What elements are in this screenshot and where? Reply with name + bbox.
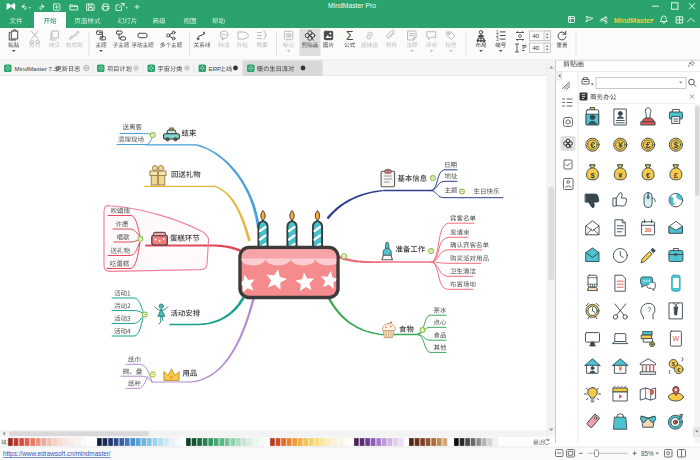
svg-text:3: 3: [496, 37, 499, 42]
svg-text:¥: ¥: [618, 365, 622, 372]
svg-text:$: $: [674, 140, 679, 150]
svg-text:MindMaster 7.3: MindMaster 7.3: [15, 65, 58, 72]
svg-text:$: $: [672, 361, 675, 367]
svg-text:€: €: [677, 367, 680, 373]
svg-text:40: 40: [533, 45, 540, 51]
svg-text:85%: 85%: [641, 450, 654, 457]
svg-text:MindMaster: MindMaster: [614, 17, 653, 24]
svg-text:ERP: ERP: [209, 65, 222, 72]
svg-text:W: W: [673, 335, 680, 342]
svg-text:¥: ¥: [618, 140, 623, 150]
svg-text:30: 30: [645, 227, 652, 233]
svg-text:£: £: [646, 140, 651, 150]
svg-text:Σ: Σ: [346, 29, 353, 43]
svg-text:?: ?: [647, 306, 651, 313]
svg-text:MindMaster Pro: MindMaster Pro: [328, 2, 376, 9]
svg-text:40: 40: [533, 33, 540, 39]
svg-text:€: €: [590, 140, 595, 150]
svg-text:https://www.edrawsoft.cn/mindm: https://www.edrawsoft.cn/mindmaster/: [3, 450, 111, 458]
